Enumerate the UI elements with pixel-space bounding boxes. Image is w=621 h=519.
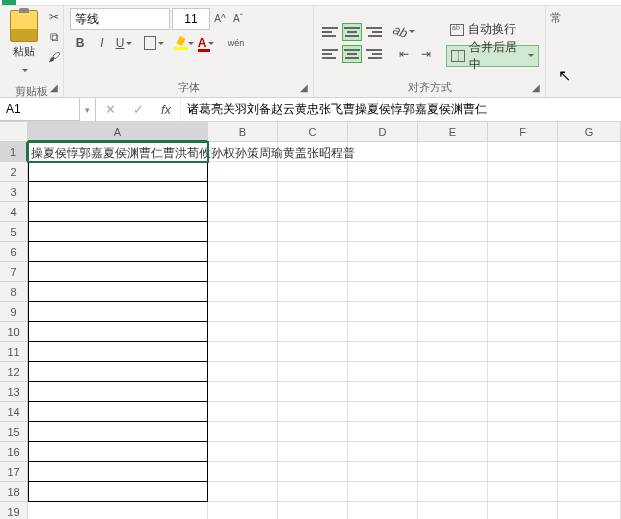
cell-E15[interactable] [418,422,488,442]
cell-B9[interactable] [208,302,278,322]
cell-C18[interactable] [278,482,348,502]
row-header-10[interactable]: 10 [0,322,28,342]
spreadsheet-grid[interactable]: ABCDEFG1操夏侯惇郭嘉夏侯渊曹仁曹洪荀攸孙权孙策周瑜黄盖张昭程普23456… [0,122,621,519]
cell-F9[interactable] [488,302,558,322]
col-header-B[interactable]: B [208,122,278,142]
cell-F14[interactable] [488,402,558,422]
cell-F18[interactable] [488,482,558,502]
cell-B13[interactable] [208,382,278,402]
row-header-5[interactable]: 5 [0,222,28,242]
cell-G10[interactable] [558,322,621,342]
phonetic-guide-button[interactable]: wén [226,34,246,52]
cell-B4[interactable] [208,202,278,222]
name-box[interactable] [0,98,80,121]
cell-D10[interactable] [348,322,418,342]
paste-dropdown[interactable] [14,61,34,79]
font-dialog-launcher[interactable]: ◢ [297,81,311,95]
cell-G17[interactable] [558,462,621,482]
cell-C3[interactable] [278,182,348,202]
font-name-input[interactable] [70,8,170,30]
cell-A18[interactable] [28,482,208,502]
cell-F2[interactable] [488,162,558,182]
cell-D1[interactable] [348,142,418,162]
cell-G12[interactable] [558,362,621,382]
cell-F3[interactable] [488,182,558,202]
cell-F10[interactable] [488,322,558,342]
cell-A16[interactable] [28,442,208,462]
font-color-button[interactable]: A [196,34,216,52]
cell-G5[interactable] [558,222,621,242]
cell-C5[interactable] [278,222,348,242]
cell-D19[interactable] [348,502,418,519]
row-header-9[interactable]: 9 [0,302,28,322]
cell-C9[interactable] [278,302,348,322]
cell-B11[interactable] [208,342,278,362]
merge-dropdown[interactable] [525,47,534,65]
cell-F7[interactable] [488,262,558,282]
cell-E13[interactable] [418,382,488,402]
cell-D2[interactable] [348,162,418,182]
col-header-C[interactable]: C [278,122,348,142]
cell-F5[interactable] [488,222,558,242]
cell-A14[interactable] [28,402,208,422]
cell-G3[interactable] [558,182,621,202]
cell-F11[interactable] [488,342,558,362]
col-header-G[interactable]: G [558,122,621,142]
cell-B16[interactable] [208,442,278,462]
cell-C11[interactable] [278,342,348,362]
cell-E4[interactable] [418,202,488,222]
cell-C10[interactable] [278,322,348,342]
wrap-text-button[interactable]: 自动换行 [446,19,539,41]
cell-F16[interactable] [488,442,558,462]
cell-F19[interactable] [488,502,558,519]
cell-B19[interactable] [208,502,278,519]
cell-D3[interactable] [348,182,418,202]
align-center-button[interactable] [342,45,362,63]
cell-G7[interactable] [558,262,621,282]
row-header-17[interactable]: 17 [0,462,28,482]
cell-B5[interactable] [208,222,278,242]
select-all-corner[interactable] [0,122,28,142]
enter-button[interactable]: ✓ [124,98,152,121]
cell-D8[interactable] [348,282,418,302]
cell-A13[interactable] [28,382,208,402]
cell-D12[interactable] [348,362,418,382]
cell-E10[interactable] [418,322,488,342]
row-header-12[interactable]: 12 [0,362,28,382]
cell-E9[interactable] [418,302,488,322]
format-painter-button[interactable]: 🖌 [44,48,64,66]
align-left-button[interactable] [320,45,340,63]
cell-B17[interactable] [208,462,278,482]
cell-A7[interactable] [28,262,208,282]
cell-A9[interactable] [28,302,208,322]
cell-C6[interactable] [278,242,348,262]
cancel-button[interactable]: ✕ [96,98,124,121]
col-header-F[interactable]: F [488,122,558,142]
row-header-2[interactable]: 2 [0,162,28,182]
cell-B14[interactable] [208,402,278,422]
cell-F8[interactable] [488,282,558,302]
cell-F17[interactable] [488,462,558,482]
row-header-1[interactable]: 1 [0,142,28,162]
cell-E17[interactable] [418,462,488,482]
cell-A12[interactable] [28,362,208,382]
cell-G6[interactable] [558,242,621,262]
cell-A4[interactable] [28,202,208,222]
cell-A15[interactable] [28,422,208,442]
cell-G4[interactable] [558,202,621,222]
cell-E19[interactable] [418,502,488,519]
cell-B10[interactable] [208,322,278,342]
row-header-8[interactable]: 8 [0,282,28,302]
cell-E6[interactable] [418,242,488,262]
cell-A11[interactable] [28,342,208,362]
cell-C2[interactable] [278,162,348,182]
cell-F13[interactable] [488,382,558,402]
merge-center-button[interactable]: 合并后居中 [446,45,539,67]
cell-G8[interactable] [558,282,621,302]
insert-function-button[interactable]: fx [152,98,180,121]
cell-F15[interactable] [488,422,558,442]
italic-button[interactable]: I [92,34,112,52]
cell-B6[interactable] [208,242,278,262]
decrease-indent-button[interactable]: ⇤ [394,45,414,63]
cell-A5[interactable] [28,222,208,242]
